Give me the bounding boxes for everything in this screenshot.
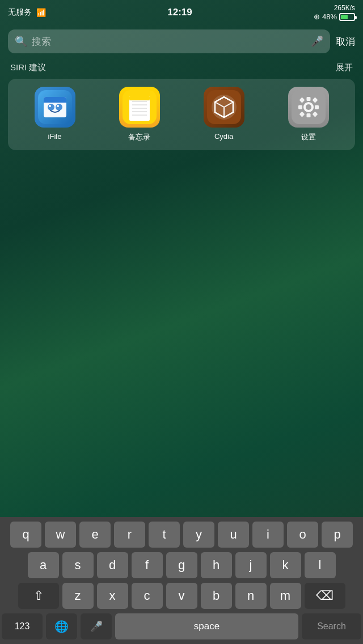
key-c[interactable]: c [132, 583, 163, 609]
carrier-label: 无服务 [8, 7, 32, 18]
space-key[interactable]: space [115, 613, 298, 639]
app-item-cydia[interactable]: Cydia [187, 87, 261, 141]
svg-rect-3 [44, 100, 66, 103]
app-item-settings[interactable]: 设置 [272, 87, 345, 142]
key-w[interactable]: w [45, 522, 76, 548]
siri-section: SIRI 建议 展开 [8, 62, 355, 150]
status-right: 265K/s ⊕ 48% [314, 4, 355, 21]
svg-point-5 [56, 104, 62, 111]
app-item-ifile[interactable]: iFile [18, 87, 92, 141]
search-icon: 🔍 [15, 35, 27, 48]
keyboard-row-1: q w e r t y u i o p [2, 522, 361, 548]
delete-key[interactable]: ⌫ [305, 583, 345, 609]
key-n[interactable]: n [235, 583, 267, 609]
keyboard-row-3: ⇧ z x c v b n m ⌫ [2, 583, 361, 609]
siri-header: SIRI 建议 展开 [8, 62, 355, 73]
keyboard: q w e r t y u i o p a s d f g h j k l ⇧ … [0, 517, 363, 644]
key-k[interactable]: k [270, 552, 301, 578]
settings-label: 设置 [301, 132, 316, 142]
cydia-label: Cydia [214, 132, 233, 141]
key-g[interactable]: g [166, 552, 197, 578]
key-p[interactable]: p [322, 522, 353, 548]
key-h[interactable]: h [201, 552, 232, 578]
svg-point-6 [49, 105, 51, 107]
notes-label: 备忘录 [128, 132, 150, 142]
svg-point-4 [48, 104, 54, 111]
settings-icon [288, 87, 329, 128]
network-speed: 265K/s [334, 4, 355, 12]
svg-point-7 [57, 105, 59, 107]
shift-key[interactable]: ⇧ [18, 583, 59, 609]
battery-percent: 48% [322, 12, 337, 21]
key-e[interactable]: e [79, 522, 111, 548]
svg-rect-15 [129, 96, 150, 100]
ifile-label: iFile [48, 132, 62, 141]
cydia-svg [207, 90, 241, 124]
key-q[interactable]: q [10, 522, 41, 548]
mic-key[interactable]: 🎤 [81, 613, 112, 639]
battery-icon [339, 13, 355, 21]
svg-rect-30 [315, 105, 319, 109]
keyboard-row-2: a s d f g h j k l [2, 552, 361, 578]
key-y[interactable]: y [183, 522, 214, 548]
notes-icon [119, 87, 160, 128]
siri-title: SIRI 建议 [10, 62, 46, 73]
status-bar: 无服务 📶 12:19 265K/s ⊕ 48% [0, 0, 363, 25]
key-d[interactable]: d [97, 552, 128, 578]
numbers-key[interactable]: 123 [2, 613, 43, 639]
network-speed-label: 265K/s [334, 4, 355, 12]
key-i[interactable]: i [252, 522, 284, 548]
key-u[interactable]: u [218, 522, 249, 548]
siri-app-grid: iFile [8, 79, 355, 150]
search-key[interactable]: Search [302, 613, 361, 639]
middle-area [0, 155, 363, 399]
key-s[interactable]: s [62, 552, 94, 578]
mic-icon[interactable]: 🎤 [311, 35, 323, 48]
time-label: 12:19 [167, 7, 192, 18]
key-m[interactable]: m [270, 583, 301, 609]
battery-fill [341, 15, 348, 19]
cancel-button[interactable]: 取消 [336, 35, 355, 48]
ifile-icon [35, 87, 75, 128]
svg-rect-28 [306, 97, 310, 101]
ifile-svg [38, 90, 72, 124]
wifi-icon: 📶 [36, 8, 46, 17]
svg-rect-31 [298, 105, 302, 109]
key-z[interactable]: z [62, 583, 94, 609]
expand-button[interactable]: 展开 [336, 62, 353, 73]
key-l[interactable]: l [305, 552, 336, 578]
key-r[interactable]: r [114, 522, 145, 548]
battery-area: ⊕ 48% [314, 12, 355, 21]
search-input[interactable]: 搜索 [32, 35, 306, 48]
globe-key[interactable]: 🌐 [46, 613, 77, 639]
key-t[interactable]: t [149, 522, 180, 548]
key-v[interactable]: v [166, 583, 197, 609]
key-a[interactable]: a [28, 552, 59, 578]
key-o[interactable]: o [287, 522, 318, 548]
notes-svg [123, 90, 157, 124]
search-bar[interactable]: 🔍 搜索 🎤 [8, 29, 330, 53]
lock-icon: ⊕ [314, 12, 320, 21]
settings-svg [292, 90, 326, 124]
key-j[interactable]: j [235, 552, 267, 578]
keyboard-row-4: 123 🌐 🎤 space Search [2, 613, 361, 639]
key-b[interactable]: b [201, 583, 232, 609]
search-bar-container: 🔍 搜索 🎤 取消 [0, 25, 363, 58]
key-f[interactable]: f [132, 552, 163, 578]
app-item-notes[interactable]: 备忘录 [103, 87, 176, 142]
key-x[interactable]: x [97, 583, 128, 609]
svg-rect-29 [306, 113, 310, 117]
svg-point-27 [306, 104, 311, 110]
status-left: 无服务 📶 [8, 7, 46, 18]
cydia-icon [204, 87, 244, 128]
